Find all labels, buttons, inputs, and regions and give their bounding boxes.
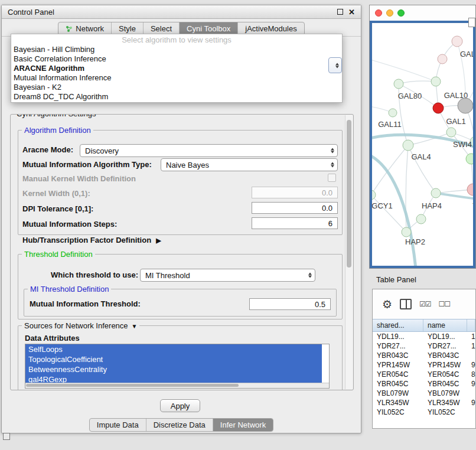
algorithm-combo-button-fragment[interactable] [328,57,342,73]
attribute-item-topologicalcoefficient[interactable]: TopologicalCoefficient [25,354,322,364]
popup-item-dream8-dc-tdc-algorithm[interactable]: Dream8 DC_TDC Algorithm [11,92,342,102]
node-unlabeled[interactable] [416,214,426,224]
close-icon[interactable]: ✕ [348,8,355,16]
bottom-tab-discretize-data[interactable]: Discretize Data [146,419,213,431]
panel-toggle-icon[interactable] [3,433,10,440]
expanded-arrow-icon[interactable]: ▼ [132,323,138,330]
node-unlabeled[interactable] [467,184,474,195]
tab-style[interactable]: Style [112,22,144,35]
network-titlebar[interactable] [370,5,475,21]
node-unlabeled[interactable] [438,54,447,64]
tab-cyni-toolbox[interactable]: Cyni Toolbox [180,22,238,35]
gear-icon[interactable]: ⚙ [382,299,392,310]
popup-item-aracne-algorithm[interactable]: ARACNE Algorithm [11,64,342,73]
table-cell: YER054C [423,370,467,379]
list-horizontal-scrollbar[interactable] [25,383,329,388]
tab-label: Impute Data [97,420,139,429]
scrollbar-thumb[interactable] [26,384,239,387]
mi-steps-field[interactable]: 6 [252,217,338,229]
minimize-traffic-light[interactable] [386,9,393,17]
table-row[interactable]: YIL052CYIL052C [373,407,475,417]
sources-title-label: Sources for Network Inference [24,321,128,330]
bottom-tab-impute-data[interactable]: Impute Data [90,419,146,431]
table-row[interactable]: YPR145WYPR145W9. [373,360,475,370]
node-gal11[interactable] [389,109,397,117]
mi-threshold-field[interactable]: 0.5 [249,298,331,310]
which-threshold-label: Which threshold to use: [51,270,138,279]
table-row[interactable]: YDR27...YDR27...12 [373,341,475,351]
column-header-shared[interactable]: shared... [373,319,423,331]
node-hap2[interactable] [402,227,411,237]
node-unlabeled[interactable] [431,77,441,86]
combo-arrows-icon [308,273,312,278]
aracne-mode-select[interactable]: Discovery [80,144,338,157]
node-hap4[interactable] [431,188,441,198]
settings-panel-title: Cyni Algorithm Settings [14,114,98,118]
tab-label: Select [151,24,172,33]
columns-icon[interactable] [400,299,412,309]
table-cell: YLR345W [423,399,467,407]
attribute-item-betweennesscentrality[interactable]: BetweennessCentrality [25,364,322,374]
hub-definition-label: Hub/Transcription Factor Definition [22,236,151,244]
table-row[interactable]: YLR345WYLR345W9. [373,398,475,407]
apply-button[interactable]: Apply [160,399,200,412]
node-label-gal80: GAL80 [398,92,422,100]
data-attributes-label: Data Attributes [25,334,80,343]
node-unlabeled[interactable] [466,154,474,164]
data-attributes-items: SelfLoopsTopologicalCoefficientBetweenne… [25,344,329,384]
data-attributes-list[interactable]: SelfLoopsTopologicalCoefficientBetweenne… [25,344,330,389]
popup-item-bayesian-hill-climbing[interactable]: Bayesian - Hill Climbing [11,45,342,54]
table-row[interactable]: YER054CYER054C8. [373,370,475,379]
hub-definition-toggle[interactable]: Hub/Transcription Factor Definition▶ [22,236,161,244]
mi-steps-value: 6 [328,219,332,228]
network-tab-icon [66,25,73,32]
network-canvas[interactable]: GALGAL80GAL10GAL11GAL1SWI4GAL4HAP4GCY1HA… [370,21,475,268]
node-gal[interactable] [452,36,462,47]
scrollbar-thumb[interactable] [347,120,351,268]
node-label-hap4: HAP4 [422,201,442,210]
zoom-traffic-light[interactable] [397,9,405,17]
table-cell: YIL052C [373,408,423,416]
table-body: YDL19...YDL19...13YDR27...YDR27...12YBR0… [373,332,475,428]
collapsed-arrow-icon[interactable]: ▶ [156,237,161,244]
settings-scrollbar[interactable] [345,115,353,389]
dpi-tolerance-label: DPI Tolerance [0,1]: [22,204,93,213]
select-all-columns-icon[interactable]: ☑☑ [419,300,431,308]
popup-item-mutual-information-inference[interactable]: Mutual Information Inference [11,73,342,83]
popup-item-bayesian-k2[interactable]: Bayesian - K2 [11,83,342,92]
node-gal4[interactable] [403,140,413,151]
table-header: shared...name [373,319,475,332]
table-row[interactable]: YBR043CYBR043C [373,351,475,360]
column-header-name[interactable]: name [423,319,467,331]
mi-type-select[interactable]: Naive Bayes [161,158,338,171]
table-row[interactable]: YBL079WYBL079W [373,389,475,398]
tab-jactivemodules[interactable]: jActiveModules [238,22,304,35]
network-scrollbar-fragment[interactable] [468,18,475,27]
tab-select[interactable]: Select [144,22,180,35]
node-gal1[interactable] [446,128,456,137]
network-graph[interactable]: GALGAL80GAL10GAL11GAL1SWI4GAL4HAP4GCY1HA… [372,23,474,267]
table-row[interactable]: YBR045CYBR045C9. [373,379,475,389]
node-unlabeled[interactable] [458,98,473,113]
deselect-all-columns-icon[interactable]: ☐☐ [439,300,451,308]
popup-item-basic-correlation-inference[interactable]: Basic Correlation Inference [11,54,342,64]
which-threshold-select[interactable]: MI Threshold [140,269,315,282]
node-gcy1[interactable] [372,190,376,200]
sources-group-title[interactable]: Sources for Network Inference▼ [22,321,139,330]
attribute-item-selfloops[interactable]: SelfLoops [25,344,322,354]
node-gal80[interactable] [394,79,403,89]
close-traffic-light[interactable] [375,9,382,17]
table-row[interactable]: YDL19...YDL19...13 [373,332,475,341]
dpi-tolerance-field[interactable]: 0.0 [252,202,338,214]
column-header-partial[interactable] [467,319,475,331]
mi-threshold-value: 0.5 [315,300,325,309]
node-unlabeled[interactable] [433,103,444,113]
tab-network[interactable]: Network [58,22,112,35]
mi-steps-label: Mutual Information Steps: [22,220,117,229]
manual-kernel-checkbox[interactable] [328,174,336,182]
network-window: GALGAL80GAL10GAL11GAL1SWI4GAL4HAP4GCY1HA… [369,5,476,269]
kernel-width-field[interactable]: 0.0 [252,187,338,198]
float-window-icon[interactable] [337,9,343,15]
bottom-tab-infer-network[interactable]: Infer Network [213,419,273,431]
control-panel-titlebar[interactable]: Control Panel ✕ [2,5,361,19]
